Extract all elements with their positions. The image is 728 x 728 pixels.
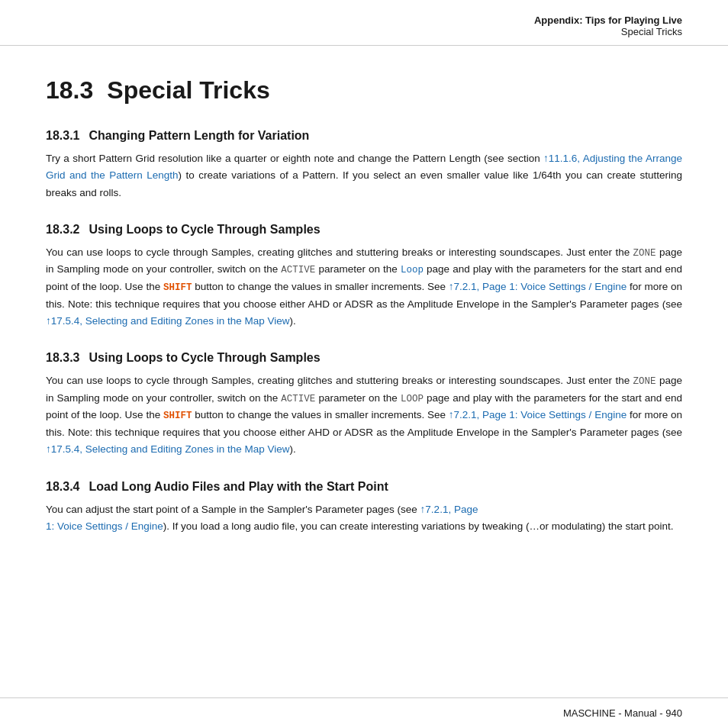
page-header: Appendix: Tips for Playing Live Special … [0, 0, 728, 46]
subsection-18-3-3-title: Using Loops to Cycle Through Samples [89, 351, 320, 364]
page-container: Appendix: Tips for Playing Live Special … [0, 0, 728, 728]
header-chapter-title: Appendix: Tips for Playing Live [534, 14, 682, 26]
subsection-18-3-1: 18.3.1Changing Pattern Length for Variat… [46, 129, 682, 201]
subsection-18-3-4-title: Load Long Audio Files and Play with the … [89, 480, 388, 493]
subsection-18-3-4-heading: 18.3.4Load Long Audio Files and Play wit… [46, 480, 682, 494]
section-18-3-num: 18.3 [46, 76, 93, 104]
link-7-2-1-c[interactable]: ↑7.2.1, Page1: Voice Settings / Engine [46, 504, 478, 532]
link-7-2-1-a[interactable]: ↑7.2.1, Page 1: Voice Settings / Engine [449, 281, 627, 292]
code-zone-1: ZONE [633, 248, 656, 259]
link-17-5-4-b[interactable]: ↑17.5.4, Selecting and Editing Zones in … [46, 443, 289, 455]
subsection-18-3-2-num: 18.3.2 [46, 223, 79, 236]
subsection-18-3-2: 18.3.2Using Loops to Cycle Through Sampl… [46, 223, 682, 330]
footer-page-info: MASCHINE - Manual - 940 [563, 707, 682, 719]
link-7-2-1-b[interactable]: ↑7.2.1, Page 1: Voice Settings / Engine [449, 409, 627, 420]
code-loop-link-1[interactable]: Loop [401, 265, 424, 275]
section-18-3-label: Special Tricks [107, 76, 269, 104]
main-content: 18.3Special Tricks 18.3.1Changing Patter… [0, 46, 728, 601]
section-18-3-title: 18.3Special Tricks [46, 76, 682, 105]
subsection-18-3-3-num: 18.3.3 [46, 351, 79, 364]
subsection-18-3-2-para: You can use loops to cycle through Sampl… [46, 244, 682, 330]
code-active-1: ACTIVE [281, 265, 315, 275]
subsection-18-3-1-title: Changing Pattern Length for Variation [89, 129, 309, 142]
header-top-line: Appendix: Tips for Playing Live [46, 14, 682, 26]
subsection-18-3-2-heading: 18.3.2Using Loops to Cycle Through Sampl… [46, 223, 682, 237]
code-loop-2: LOOP [401, 394, 424, 404]
header-section-title: Special Tricks [46, 26, 682, 37]
subsection-18-3-3: 18.3.3Using Loops to Cycle Through Sampl… [46, 351, 682, 458]
subsection-18-3-4: 18.3.4Load Long Audio Files and Play wit… [46, 480, 682, 536]
link-17-5-4-a[interactable]: ↑17.5.4, Selecting and Editing Zones in … [46, 315, 289, 327]
link-11-1-6[interactable]: ↑11.1.6, Adjusting the Arrange Grid and … [46, 153, 682, 181]
subsection-18-3-3-para: You can use loops to cycle through Sampl… [46, 372, 682, 458]
shift-button-1: SHIFT [163, 282, 192, 293]
subsection-18-3-1-para: Try a short Pattern Grid resolution like… [46, 150, 682, 201]
subsection-18-3-3-heading: 18.3.3Using Loops to Cycle Through Sampl… [46, 351, 682, 365]
subsection-18-3-1-num: 18.3.1 [46, 129, 79, 142]
code-active-2: ACTIVE [281, 394, 315, 404]
subsection-18-3-1-heading: 18.3.1Changing Pattern Length for Variat… [46, 129, 682, 143]
subsection-18-3-4-num: 18.3.4 [46, 480, 79, 493]
page-footer: MASCHINE - Manual - 940 [0, 697, 728, 728]
shift-button-2: SHIFT [163, 411, 192, 421]
subsection-18-3-2-title: Using Loops to Cycle Through Samples [89, 223, 320, 236]
subsection-18-3-4-para: You can adjust the start point of a Samp… [46, 501, 682, 536]
code-zone-2: ZONE [633, 376, 656, 387]
